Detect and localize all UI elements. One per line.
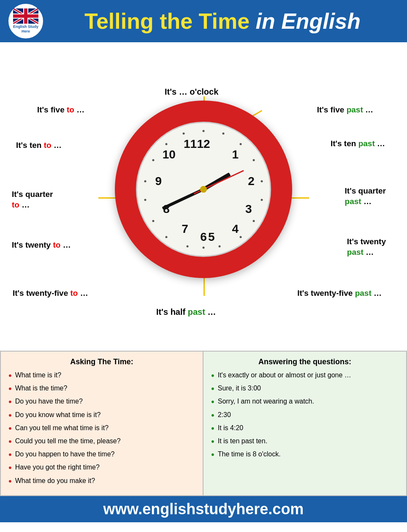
title-yellow: Telling the Time [84, 9, 255, 33]
list-item: Have you got the right time? [8, 463, 195, 473]
asking-list: What time is it?What is the time?Do you … [8, 371, 195, 486]
clock-num-4: 4 [232, 222, 239, 236]
list-item: It is ten past ten. [211, 437, 399, 447]
list-item: It is 4:20 [211, 423, 399, 434]
clock-num-3: 3 [245, 202, 252, 216]
label-twenty-five-to: It's twenty-five to … [13, 288, 88, 299]
label-oclock: It's … o'clock [165, 86, 218, 97]
label-half-past: It's half past … [156, 306, 216, 317]
svg-rect-8 [13, 14, 38, 18]
list-item: Do you know what time is it? [8, 410, 195, 420]
minute-dot [203, 247, 205, 249]
bottom-table: Asking The Time: What time is it?What is… [0, 351, 407, 496]
minute-dot [152, 159, 154, 161]
list-item: Sorry, I am not wearing a watch. [211, 397, 399, 407]
list-item: Sure, it is 3:00 [211, 384, 399, 394]
footer-url: www.englishstudyhere.com [103, 500, 304, 518]
label-quarter-to: It's quarterto … [12, 189, 53, 210]
label-five-past: It's five past … [317, 105, 373, 115]
clock-num-5: 5 [208, 230, 215, 244]
minute-dot [253, 220, 255, 222]
list-item: Can you tell me what time is it? [8, 423, 195, 434]
answering-heading: Answering the questions: [211, 357, 399, 366]
minute-dot [144, 199, 146, 201]
header-title: Telling the Time in English [45, 10, 400, 32]
minute-dot [166, 143, 168, 145]
list-item: What time do you make it? [8, 476, 195, 486]
logo-text: English Study Here [8, 25, 43, 34]
title-white: in English [256, 9, 361, 33]
list-item: It's exactly or about or almost or just … [211, 371, 399, 381]
minute-dot [152, 220, 154, 222]
label-twenty-five-past: It's twenty-five past … [297, 288, 382, 299]
clock-num-10: 10 [163, 148, 176, 161]
minute-dot [239, 143, 241, 145]
asking-heading: Asking The Time: [8, 357, 195, 366]
clock-num-7: 7 [182, 222, 188, 236]
list-item: Do you have the time? [8, 397, 195, 407]
minute-dot [222, 133, 225, 135]
clock-area: 12 1 2 3 4 5 6 7 8 9 10 11 [0, 42, 407, 351]
minute-dot [218, 246, 220, 248]
minute-dot [261, 180, 263, 183]
flag-icon [13, 8, 38, 24]
clock-num-1: 1 [232, 148, 239, 161]
label-ten-to: It's ten to … [16, 140, 62, 151]
clock-face: 12 1 2 3 4 5 6 7 8 9 10 11 [136, 122, 271, 257]
label-five-to: It's five to … [37, 105, 84, 115]
label-quarter-past: It's quarterpast … [345, 186, 386, 207]
list-item: 2:30 [211, 410, 399, 420]
list-item: Do you happen to have the time? [8, 450, 195, 460]
minute-dot [203, 130, 205, 132]
minute-dot [261, 199, 263, 201]
clock-outer-ring: 12 1 2 3 4 5 6 7 8 9 10 11 [115, 101, 292, 278]
list-item: What is the time? [8, 384, 195, 394]
clock-num-6: 6 [200, 230, 207, 244]
list-item: What time is it? [8, 371, 195, 381]
label-twenty-to: It's twenty to … [12, 240, 71, 251]
clock-num-9: 9 [155, 175, 162, 188]
list-item: Could you tell me the time, please? [8, 437, 195, 447]
answering-section: Answering the questions: It's exactly or… [204, 352, 406, 495]
header: English Study Here Telling the Time in E… [0, 0, 407, 42]
answering-list: It's exactly or about or almost or just … [211, 371, 399, 460]
label-twenty-past: It's twentypast … [347, 237, 386, 257]
list-item: The time is 8 o'clock. [211, 450, 399, 460]
label-ten-past: It's ten past … [331, 139, 385, 149]
clock-num-2: 2 [248, 175, 255, 188]
clock-num-11: 11 [184, 137, 197, 151]
footer: www.englishstudyhere.com [0, 496, 407, 522]
clock-num-12: 12 [197, 137, 210, 151]
minute-dot [253, 159, 255, 161]
minute-dot [144, 180, 146, 183]
minute-dot [239, 236, 241, 238]
logo: English Study Here [7, 2, 45, 40]
clock-center-cap [200, 186, 207, 193]
minute-dot [182, 133, 185, 135]
asking-section: Asking The Time: What time is it?What is… [1, 352, 204, 495]
minute-dot [166, 236, 168, 238]
minute-dot [187, 246, 189, 248]
